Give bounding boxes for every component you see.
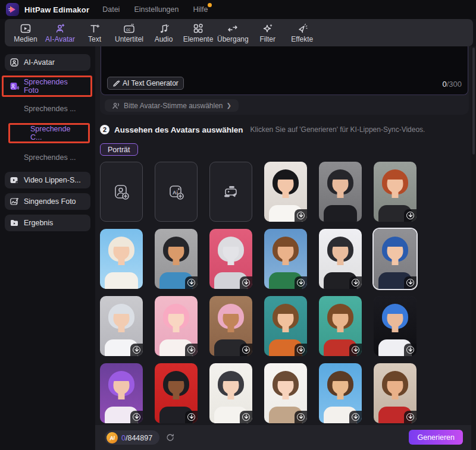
avatar-card[interactable] — [319, 296, 362, 356]
singing-photo-icon — [10, 197, 19, 206]
download-badge[interactable] — [349, 344, 362, 356]
video-import-icon — [221, 182, 241, 202]
avatar-grid: Ai — [100, 162, 416, 423]
download-icon — [297, 212, 305, 219]
download-badge[interactable] — [295, 344, 307, 356]
download-badge[interactable] — [349, 411, 362, 423]
import-video-card[interactable] — [209, 162, 252, 222]
category-portrait-button[interactable]: Porträt — [100, 143, 138, 156]
sidebar-item-sprechendes-2[interactable]: Sprechendes ... — [5, 150, 90, 165]
sidebar: AI-Avatar Sprechendes Foto Sprechendes .… — [0, 46, 95, 450]
sidebar-item-ergebnis[interactable]: Ergebnis — [5, 215, 90, 231]
tab-audio[interactable]: Audio — [146, 23, 181, 43]
tab-untertitel[interactable]: cc Untertitel — [112, 23, 146, 43]
download-badge[interactable] — [130, 411, 143, 423]
transition-icon — [226, 23, 239, 34]
download-badge[interactable] — [240, 276, 252, 289]
tab-filter[interactable]: Filter — [250, 23, 285, 43]
download-icon — [352, 413, 359, 421]
download-icon — [297, 413, 305, 421]
video-lipsync-icon — [10, 175, 19, 185]
download-badge[interactable] — [240, 344, 252, 356]
generate-button[interactable]: Generieren — [409, 430, 463, 445]
avatar-card[interactable] — [209, 296, 252, 356]
sidebar-item-singendes-foto[interactable]: Singendes Foto — [5, 193, 90, 210]
avatar-card[interactable] — [319, 229, 362, 289]
avatar-card[interactable] — [374, 162, 416, 222]
sidebar-item-sprechendes-foto[interactable]: Sprechendes Foto — [5, 78, 89, 95]
refresh-credits-button[interactable] — [165, 433, 175, 442]
avatar-voice-icon — [112, 102, 120, 110]
avatar-card[interactable] — [319, 162, 362, 222]
avatar-card[interactable] — [264, 363, 307, 423]
tab-ai-avatar[interactable]: AI-Avatar — [43, 23, 77, 43]
avatar-card[interactable] — [264, 229, 307, 289]
download-icon — [187, 346, 195, 354]
app-window: HitPaw Edimakor Datei Einstellungen Hilf… — [0, 0, 476, 450]
download-badge[interactable] — [295, 411, 307, 423]
toolbar: Medien AI-Avatar Text cc Unter — [5, 19, 473, 46]
avatar-card[interactable] — [374, 296, 416, 356]
sidebar-item-ai-avatar[interactable]: AI-Avatar — [5, 54, 90, 71]
download-icon — [187, 279, 195, 287]
download-badge[interactable] — [404, 344, 416, 356]
script-textarea[interactable]: AI Text Generator 0/300 — [101, 46, 468, 95]
avatar-card[interactable] — [264, 296, 307, 356]
download-badge[interactable] — [404, 411, 416, 423]
tab-uebergang[interactable]: Übergang — [215, 23, 250, 43]
menu-einstellungen[interactable]: Einstellungen — [134, 5, 178, 14]
download-icon — [406, 413, 414, 421]
step2-badge: 2 — [100, 125, 109, 134]
avatar-card[interactable] — [100, 363, 143, 423]
app-title: HitPaw Edimakor — [24, 5, 89, 14]
avatar-card[interactable] — [100, 296, 143, 356]
avatar-card[interactable] — [155, 363, 198, 423]
sidebar-item-sprechende-c[interactable]: Sprechende C... — [11, 125, 87, 141]
download-badge[interactable] — [185, 344, 198, 356]
char-counter: 0/300 — [442, 80, 462, 89]
download-badge[interactable] — [349, 276, 362, 289]
download-badge[interactable] — [185, 276, 198, 289]
tab-effekte[interactable]: Effekte — [285, 23, 320, 43]
avatar-card[interactable] — [264, 162, 307, 222]
talking-photo-icon — [10, 81, 19, 91]
voice-select-button[interactable]: Bitte Avatar-Stimme auswählen ❯ — [105, 99, 239, 112]
download-badge[interactable] — [295, 276, 307, 289]
menu-hilfe[interactable]: Hilfe — [193, 5, 208, 14]
tab-elemente[interactable]: Elemente — [181, 23, 215, 43]
avatar-card[interactable] — [209, 229, 252, 289]
scrollbar-thumb[interactable] — [472, 48, 475, 155]
scrollbar[interactable] — [471, 46, 476, 450]
ai-generate-card[interactable]: Ai — [155, 162, 198, 222]
titlebar: HitPaw Edimakor Datei Einstellungen Hilf… — [0, 0, 476, 19]
download-badge[interactable] — [404, 209, 416, 222]
download-icon — [133, 413, 140, 421]
menu-datei[interactable]: Datei — [102, 5, 120, 14]
svg-text:cc: cc — [126, 27, 131, 31]
tab-text[interactable]: Text — [77, 23, 112, 43]
app-logo-icon — [6, 3, 19, 16]
avatar-card[interactable] — [100, 229, 143, 289]
download-badge[interactable] — [240, 411, 252, 423]
avatar-card[interactable] — [155, 229, 198, 289]
elements-icon — [192, 23, 204, 34]
avatar-card[interactable] — [374, 229, 416, 289]
avatar-card[interactable] — [319, 363, 362, 423]
download-badge[interactable] — [185, 411, 198, 423]
step2-header: 2 Aussehen des Avatars auswählen Klicken… — [100, 125, 425, 134]
sidebar-item-video-lippensync[interactable]: Video Lippen-S... — [5, 172, 90, 188]
upload-photo-card[interactable] — [100, 162, 143, 222]
download-badge[interactable] — [130, 344, 143, 356]
tab-medien[interactable]: Medien — [8, 23, 43, 43]
download-badge[interactable] — [295, 209, 307, 222]
download-icon — [352, 346, 359, 354]
download-icon — [133, 346, 140, 354]
ai-coin-icon: AI — [106, 432, 118, 444]
sidebar-item-sprechendes-1[interactable]: Sprechendes ... — [5, 102, 90, 116]
footer-bar: AI 0/844897 Generieren — [95, 425, 471, 450]
avatar-card[interactable] — [209, 363, 252, 423]
avatar-card[interactable] — [155, 296, 198, 356]
avatar-card[interactable] — [374, 363, 416, 423]
ai-text-generator-button[interactable]: AI Text Generator — [107, 77, 184, 90]
download-badge[interactable] — [404, 276, 416, 289]
